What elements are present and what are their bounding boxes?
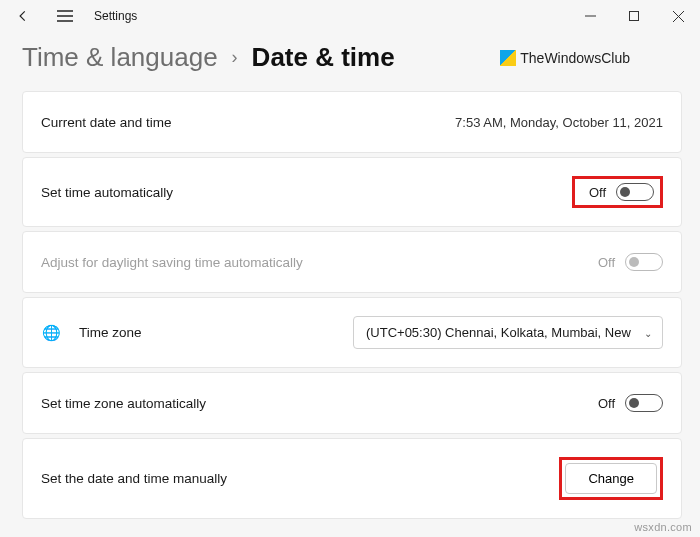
page-title: Date & time <box>252 42 395 73</box>
row-dst-auto: Adjust for daylight saving time automati… <box>22 231 682 293</box>
row-timezone: 🌐 Time zone (UTC+05:30) Chennai, Kolkata… <box>22 297 682 368</box>
app-title: Settings <box>94 9 137 23</box>
set-time-auto-state: Off <box>589 185 606 200</box>
logo-text: TheWindowsClub <box>520 50 630 66</box>
set-tz-auto-state: Off <box>598 396 615 411</box>
titlebar: Settings <box>0 0 700 32</box>
logo-icon <box>500 50 516 66</box>
chevron-right-icon: › <box>232 47 238 68</box>
window-controls <box>568 0 700 32</box>
row-set-tz-auto: Set time zone automatically Off <box>22 372 682 434</box>
set-tz-auto-label: Set time zone automatically <box>41 396 206 411</box>
set-tz-auto-toggle[interactable] <box>625 394 663 412</box>
menu-button[interactable] <box>48 1 82 31</box>
change-button[interactable]: Change <box>565 463 657 494</box>
watermark: wsxdn.com <box>634 521 692 533</box>
breadcrumb-parent[interactable]: Time & language <box>22 42 218 73</box>
set-manual-label: Set the date and time manually <box>41 471 227 486</box>
timezone-selected: (UTC+05:30) Chennai, Kolkata, Mumbai, Ne… <box>366 325 631 340</box>
row-set-manual: Set the date and time manually Change <box>22 438 682 519</box>
chevron-down-icon: ⌄ <box>644 327 652 338</box>
set-time-auto-label: Set time automatically <box>41 185 173 200</box>
close-button[interactable] <box>656 0 700 32</box>
back-button[interactable] <box>6 1 40 31</box>
timezone-label: Time zone <box>79 325 142 340</box>
maximize-button[interactable] <box>612 0 656 32</box>
breadcrumb: Time & language › Date & time TheWindows… <box>0 32 700 91</box>
set-time-auto-toggle[interactable] <box>616 183 654 201</box>
dst-auto-label: Adjust for daylight saving time automati… <box>41 255 303 270</box>
row-current-datetime: Current date and time 7:53 AM, Monday, O… <box>22 91 682 153</box>
current-datetime-value: 7:53 AM, Monday, October 11, 2021 <box>455 115 663 130</box>
site-logo: TheWindowsClub <box>500 50 630 66</box>
current-datetime-label: Current date and time <box>41 115 172 130</box>
minimize-button[interactable] <box>568 0 612 32</box>
dst-auto-toggle <box>625 253 663 271</box>
dst-auto-state: Off <box>598 255 615 270</box>
globe-clock-icon: 🌐 <box>41 324 61 342</box>
row-set-time-auto: Set time automatically Off <box>22 157 682 227</box>
highlight-box-auto-time: Off <box>572 176 663 208</box>
highlight-box-change: Change <box>559 457 663 500</box>
timezone-dropdown[interactable]: (UTC+05:30) Chennai, Kolkata, Mumbai, Ne… <box>353 316 663 349</box>
svg-rect-4 <box>630 12 639 21</box>
settings-list: Current date and time 7:53 AM, Monday, O… <box>0 91 700 519</box>
